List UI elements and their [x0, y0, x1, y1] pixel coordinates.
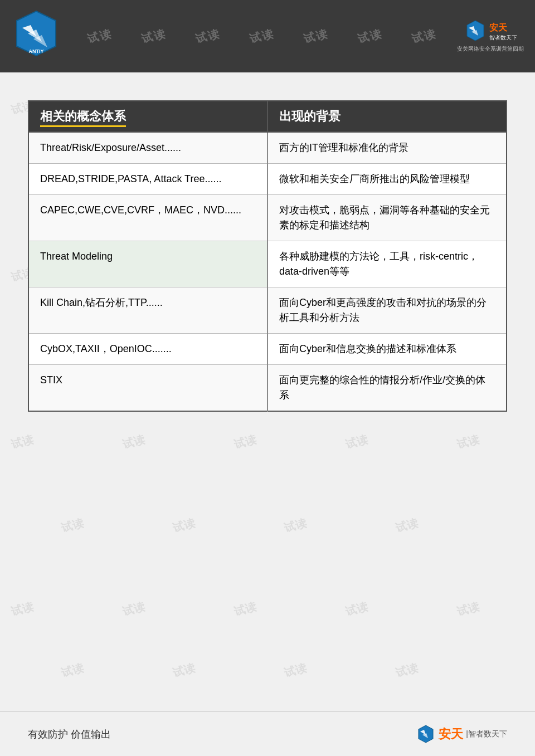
watermark-7: 试读	[411, 29, 438, 44]
body-watermark-26: 试读	[394, 515, 420, 535]
table-cell-background: 西方的IT管理和标准化的背景	[268, 132, 507, 164]
body-watermark-27: 试读	[9, 599, 35, 619]
table-cell-concept: CybOX,TAXII，OpenIOC.......	[28, 334, 268, 365]
svg-text:ANTIY: ANTIY	[29, 48, 44, 54]
footer-logo: 安天 |智者数天下	[416, 724, 507, 744]
body-watermark-34: 试读	[283, 660, 308, 680]
main-content: 相关的概念体系 出现的背景 Threat/Risk/Exposure/Asset…	[0, 72, 535, 428]
table-row: Threat/Risk/Exposure/Asset......西方的IT管理和…	[28, 132, 507, 164]
table-cell-background: 面向Cyber和信息交换的描述和标准体系	[268, 334, 507, 365]
table-cell-background: 面向Cyber和更高强度的攻击和对抗的场景的分析工具和分析方法	[268, 287, 507, 334]
watermark-1: 试读	[86, 29, 113, 44]
table-row: DREAD,STRIDE,PASTA, Attack Tree......微软和…	[28, 164, 507, 195]
header-right-logo: 安天 智者数天下 安关网络安全系训营第四期	[457, 14, 524, 58]
body-watermark-32: 试读	[60, 660, 85, 680]
col2-header: 出现的背景	[268, 101, 507, 132]
body-watermark-25: 试读	[283, 515, 308, 535]
watermark-5: 试读	[302, 29, 329, 44]
watermark-6: 试读	[357, 29, 384, 44]
body-watermark-28: 试读	[121, 599, 147, 619]
table-row: Threat Modeling各种威胁建模的方法论，工具，risk-centri…	[28, 241, 507, 287]
watermark-2: 试读	[140, 29, 167, 44]
table-cell-background: 各种威胁建模的方法论，工具，risk-centric，data-driven等等	[268, 241, 507, 287]
header: ANTIY 试读 试读 试读 试读 试读 试读 试读 安天 智者数天下 安关网络…	[0, 0, 535, 72]
table-cell-concept: STIX	[28, 365, 268, 412]
header-logo: ANTIY	[11, 8, 67, 64]
col1-header: 相关的概念体系	[28, 101, 268, 132]
footer-slogan: 有效防护 价值输出	[28, 728, 111, 741]
right-logo-icon	[464, 19, 487, 44]
footer: 有效防护 价值输出 安天 |智者数天下	[0, 711, 535, 756]
body-watermark-29: 试读	[232, 599, 258, 619]
body-watermark-23: 试读	[60, 515, 85, 535]
body-watermark-33: 试读	[171, 660, 197, 680]
body-watermark-18: 试读	[9, 432, 35, 452]
right-logo-subtitle: 安关网络安全系训营第四期	[457, 45, 524, 53]
watermark-3: 试读	[194, 29, 221, 44]
table-cell-background: 微软和相关安全厂商所推出的风险管理模型	[268, 164, 507, 195]
body-watermark-30: 试读	[344, 599, 369, 619]
data-table: 相关的概念体系 出现的背景 Threat/Risk/Exposure/Asset…	[28, 100, 507, 412]
table-cell-concept: DREAD,STRIDE,PASTA, Attack Tree......	[28, 164, 268, 195]
table-cell-concept: Kill Chain,钻石分析,TTP......	[28, 287, 268, 334]
footer-logo-text: 安天	[439, 726, 463, 743]
footer-logo-sub: |智者数天下	[466, 729, 507, 739]
header-watermarks: 试读 试读 试读 试读 试读 试读 试读	[67, 29, 457, 44]
table-cell-concept: Threat Modeling	[28, 241, 268, 287]
watermark-4: 试读	[248, 29, 275, 44]
body-watermark-24: 试读	[171, 515, 197, 535]
table-row: CAPEC,CWE,CVE,CVRF，MAEC，NVD......对攻击模式，脆…	[28, 195, 507, 241]
body-watermark-35: 试读	[394, 660, 420, 680]
body-watermark-21: 试读	[344, 432, 369, 452]
table-cell-background: 面向更完整的综合性的情报分析/作业/交换的体系	[268, 365, 507, 412]
table-cell-concept: CAPEC,CWE,CVE,CVRF，MAEC，NVD......	[28, 195, 268, 241]
body-watermark-19: 试读	[121, 432, 147, 452]
table-row: CybOX,TAXII，OpenIOC.......面向Cyber和信息交换的描…	[28, 334, 507, 365]
table-cell-background: 对攻击模式，脆弱点，漏洞等各种基础的安全元素的标定和描述结构	[268, 195, 507, 241]
body-watermark-20: 试读	[232, 432, 258, 452]
body-watermark-22: 试读	[455, 432, 481, 452]
table-row: Kill Chain,钻石分析,TTP......面向Cyber和更高强度的攻击…	[28, 287, 507, 334]
body-watermark-31: 试读	[455, 599, 481, 619]
table-row: STIX面向更完整的综合性的情报分析/作业/交换的体系	[28, 365, 507, 412]
table-cell-concept: Threat/Risk/Exposure/Asset......	[28, 132, 268, 164]
